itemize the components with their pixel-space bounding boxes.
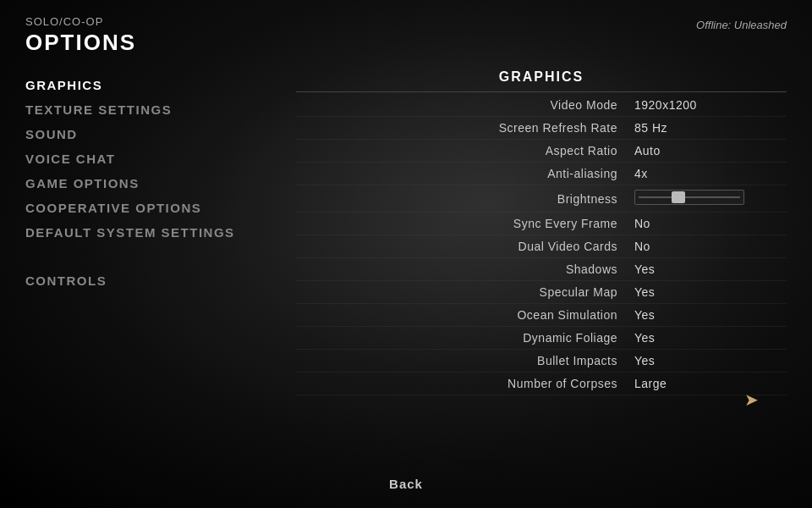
setting-label: Shadows [296, 262, 634, 276]
header: SOLO/CO-OP OPTIONS Offline: Unleashed [0, 0, 812, 56]
setting-label: Brightness [296, 192, 634, 206]
page-title: OPTIONS [25, 30, 136, 56]
sidebar-item-game-options[interactable]: GAME OPTIONS [25, 171, 279, 196]
setting-row: Specular MapYes [296, 281, 787, 304]
setting-row: Number of CorpsesLarge [296, 373, 787, 395]
panel-title: GRAPHICS [296, 64, 787, 92]
setting-row: ShadowsYes [296, 258, 787, 281]
setting-label: Ocean Simulation [296, 308, 634, 322]
setting-value: Large [634, 377, 787, 390]
setting-label: Video Mode [296, 98, 634, 112]
setting-row: Dual Video CardsNo [296, 235, 787, 258]
setting-label: Sync Every Frame [296, 217, 634, 230]
status-badge: Offline: Unleashed [696, 19, 787, 31]
setting-row: Screen Refresh Rate85 Hz [296, 117, 787, 140]
sidebar-item-graphics[interactable]: GRAPHICS [25, 73, 279, 97]
setting-row: Brightness [296, 185, 787, 213]
setting-value: 85 Hz [634, 121, 787, 135]
setting-label: Aspect Ratio [296, 144, 634, 157]
sidebar-item-voice-chat[interactable]: VOICE CHAT [25, 146, 279, 171]
setting-row: Bullet ImpactsYes [296, 350, 787, 373]
footer: Back [0, 477, 812, 491]
setting-value: No [634, 217, 787, 230]
setting-value: Yes [634, 354, 787, 367]
setting-row: Dynamic FoliageYes [296, 327, 787, 350]
sidebar-item-default-system-settings[interactable]: DEFAULT SYSTEM SETTINGS [25, 220, 279, 245]
sidebar-item-controls[interactable]: CONTROLS [25, 268, 279, 293]
setting-value: 1920x1200 [634, 98, 787, 112]
setting-label: Screen Refresh Rate [296, 121, 634, 135]
slider-track [639, 196, 740, 198]
sidebar-item-sound[interactable]: SOUND [25, 122, 279, 146]
brightness-slider[interactable] [634, 190, 744, 205]
setting-value: Yes [634, 308, 787, 322]
setting-label: Number of Corpses [296, 377, 634, 390]
setting-label: Anti-aliasing [296, 167, 634, 180]
setting-label: Dynamic Foliage [296, 331, 634, 345]
setting-row: Ocean SimulationYes [296, 304, 787, 327]
right-panel: GRAPHICS Video Mode1920x1200Screen Refre… [296, 64, 787, 395]
settings-table: Video Mode1920x1200Screen Refresh Rate85… [296, 94, 787, 395]
setting-value: Auto [634, 144, 787, 157]
setting-value: No [634, 240, 787, 253]
setting-value[interactable] [634, 190, 787, 207]
setting-value: Yes [634, 262, 787, 276]
setting-row: Anti-aliasing4x [296, 163, 787, 185]
sidebar-item-texture-settings[interactable]: TEXTURE SETTINGS [25, 97, 279, 122]
setting-row: Video Mode1920x1200 [296, 94, 787, 117]
setting-row: Sync Every FrameNo [296, 213, 787, 235]
main-layout: GRAPHICSTEXTURE SETTINGSSOUNDVOICE CHATG… [0, 56, 812, 395]
setting-label: Bullet Impacts [296, 354, 634, 367]
setting-label: Specular Map [296, 285, 634, 299]
left-nav: GRAPHICSTEXTURE SETTINGSSOUNDVOICE CHATG… [25, 64, 279, 395]
setting-row: Aspect RatioAuto [296, 140, 787, 163]
setting-value: Yes [634, 331, 787, 345]
setting-value: Yes [634, 285, 787, 299]
setting-value: 4x [634, 167, 787, 180]
breadcrumb: SOLO/CO-OP [25, 15, 136, 28]
setting-label: Dual Video Cards [296, 240, 634, 253]
sidebar-item-cooperative-options[interactable]: COOPERATIVE OPTIONS [25, 196, 279, 220]
back-button[interactable]: Back [0, 477, 812, 491]
slider-thumb[interactable] [672, 191, 685, 203]
